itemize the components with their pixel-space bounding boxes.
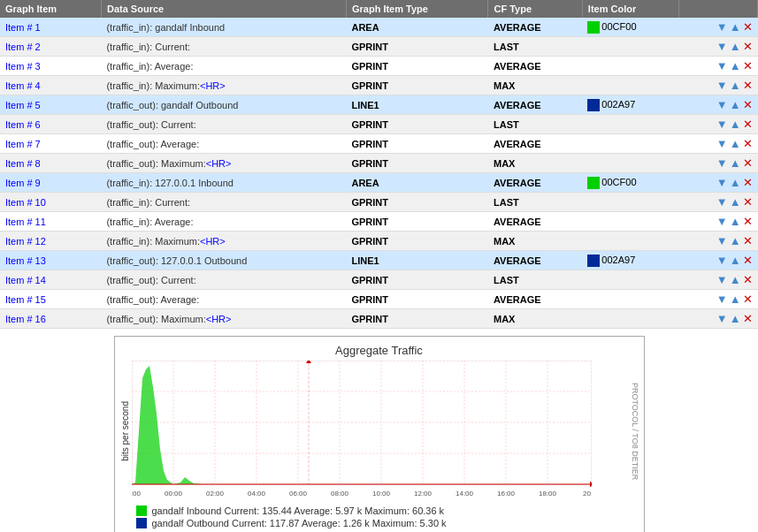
item-link[interactable]: Item # 3 — [5, 61, 41, 72]
cf-type-cell: LAST — [488, 37, 582, 57]
delete-button[interactable]: ✕ — [743, 176, 753, 189]
col-header-cf-type: CF Type — [488, 0, 582, 18]
actions-cell: ▼▲✕ — [679, 193, 758, 212]
svg-text:16:00: 16:00 — [496, 490, 515, 498]
item-link[interactable]: Item # 15 — [5, 294, 46, 305]
delete-button[interactable]: ✕ — [743, 59, 753, 72]
move-down-button[interactable]: ▼ — [716, 273, 728, 286]
actions-cell: ▼▲✕ — [679, 134, 758, 154]
move-down-button[interactable]: ▼ — [716, 137, 728, 150]
legend-item: gandalf Outbound Current: 117.87 Average… — [136, 518, 640, 528]
delete-button[interactable]: ✕ — [743, 195, 753, 209]
item-link[interactable]: Item # 12 — [5, 236, 46, 247]
item-link[interactable]: Item # 11 — [5, 217, 46, 227]
item-link[interactable]: Item # 16 — [5, 314, 46, 324]
move-up-button[interactable]: ▲ — [730, 312, 741, 325]
delete-button[interactable]: ✕ — [743, 20, 753, 34]
move-down-button[interactable]: ▼ — [716, 20, 728, 34]
svg-text:02:00: 02:00 — [205, 490, 224, 498]
delete-button[interactable]: ✕ — [743, 215, 753, 228]
table-row: Item # 1(traffic_in): gandalf InboundARE… — [0, 18, 758, 37]
item-link[interactable]: Item # 5 — [5, 100, 41, 110]
legend-item: gandalf Inbound Current: 135.44 Average:… — [136, 505, 640, 516]
graph-type-cell: GPRINT — [346, 134, 488, 154]
item-link[interactable]: Item # 9 — [5, 178, 41, 188]
col-header-data-source: Data Source — [101, 0, 346, 18]
delete-button[interactable]: ✕ — [743, 312, 753, 325]
hr-link[interactable]: <HR> — [206, 314, 232, 324]
svg-text:00:00: 00:00 — [164, 490, 182, 498]
hr-link[interactable]: <HR> — [200, 236, 226, 247]
move-up-button[interactable]: ▲ — [730, 273, 741, 286]
move-down-button[interactable]: ▼ — [716, 79, 728, 92]
move-up-button[interactable]: ▲ — [730, 59, 741, 72]
move-up-button[interactable]: ▲ — [730, 195, 741, 209]
color-swatch — [587, 21, 600, 34]
y-axis-label: bits per second — [119, 401, 132, 461]
chart-title: Aggregate Traffic — [119, 344, 640, 357]
delete-button[interactable]: ✕ — [743, 293, 753, 306]
item-link[interactable]: Item # 14 — [5, 275, 46, 285]
move-up-button[interactable]: ▲ — [730, 98, 741, 111]
move-down-button[interactable]: ▼ — [716, 118, 728, 131]
move-up-button[interactable]: ▲ — [730, 254, 741, 267]
move-up-button[interactable]: ▲ — [730, 79, 741, 92]
delete-button[interactable]: ✕ — [743, 118, 753, 131]
graph-type-cell: GPRINT — [346, 37, 488, 57]
datasource-cell: (traffic_in): 127.0.0.1 Inbound — [101, 173, 346, 193]
item-cell: Item # 6 — [0, 115, 101, 134]
item-link[interactable]: Item # 13 — [5, 255, 46, 266]
actions-cell: ▼▲✕ — [679, 290, 758, 309]
move-up-button[interactable]: ▲ — [730, 293, 741, 306]
hr-link[interactable]: <HR> — [200, 80, 226, 91]
move-down-button[interactable]: ▼ — [716, 195, 728, 209]
move-down-button[interactable]: ▼ — [716, 215, 728, 228]
item-cell: Item # 7 — [0, 134, 101, 154]
actions-cell: ▼▲✕ — [679, 251, 758, 270]
item-color-cell: 00CF00 — [582, 173, 678, 193]
svg-text:18:00: 18:00 — [538, 490, 556, 498]
actions-cell: ▼▲✕ — [679, 18, 758, 37]
item-link[interactable]: Item # 7 — [5, 139, 41, 149]
move-down-button[interactable]: ▼ — [716, 176, 728, 189]
move-up-button[interactable]: ▲ — [730, 40, 741, 53]
svg-text:12:00: 12:00 — [413, 490, 432, 498]
move-down-button[interactable]: ▼ — [716, 59, 728, 72]
delete-button[interactable]: ✕ — [743, 234, 753, 247]
table-row: Item # 8(traffic_out): Maximum:<HR>GPRIN… — [0, 154, 758, 173]
move-up-button[interactable]: ▲ — [730, 215, 741, 228]
move-down-button[interactable]: ▼ — [716, 293, 728, 306]
move-down-button[interactable]: ▼ — [716, 312, 728, 325]
item-color-cell — [582, 37, 678, 57]
move-down-button[interactable]: ▼ — [716, 254, 728, 267]
delete-button[interactable]: ✕ — [743, 40, 753, 53]
move-up-button[interactable]: ▲ — [730, 137, 741, 150]
delete-button[interactable]: ✕ — [743, 137, 753, 150]
actions-cell: ▼▲✕ — [679, 76, 758, 95]
delete-button[interactable]: ✕ — [743, 254, 753, 267]
move-down-button[interactable]: ▼ — [716, 98, 728, 111]
item-link[interactable]: Item # 4 — [5, 80, 41, 91]
move-down-button[interactable]: ▼ — [716, 40, 728, 53]
move-down-button[interactable]: ▼ — [716, 156, 728, 170]
delete-button[interactable]: ✕ — [743, 79, 753, 92]
item-link[interactable]: Item # 6 — [5, 119, 41, 130]
delete-button[interactable]: ✕ — [743, 156, 753, 170]
hr-link[interactable]: <HR> — [206, 158, 232, 169]
datasource-cell: (traffic_in): Average: — [101, 212, 346, 232]
move-up-button[interactable]: ▲ — [730, 156, 741, 170]
move-up-button[interactable]: ▲ — [730, 118, 741, 131]
move-down-button[interactable]: ▼ — [716, 234, 728, 247]
move-up-button[interactable]: ▲ — [730, 234, 741, 247]
item-link[interactable]: Item # 1 — [5, 22, 41, 33]
item-link[interactable]: Item # 10 — [5, 197, 46, 208]
item-cell: Item # 9 — [0, 173, 101, 193]
graph-type-cell: AREA — [346, 18, 488, 37]
delete-button[interactable]: ✕ — [743, 98, 753, 111]
move-up-button[interactable]: ▲ — [730, 176, 741, 189]
delete-button[interactable]: ✕ — [743, 273, 753, 286]
move-up-button[interactable]: ▲ — [730, 20, 741, 34]
item-link[interactable]: Item # 8 — [5, 158, 41, 169]
graph-items-table-section: Graph Item Data Source Graph Item Type C… — [0, 0, 758, 329]
item-link[interactable]: Item # 2 — [5, 42, 41, 52]
